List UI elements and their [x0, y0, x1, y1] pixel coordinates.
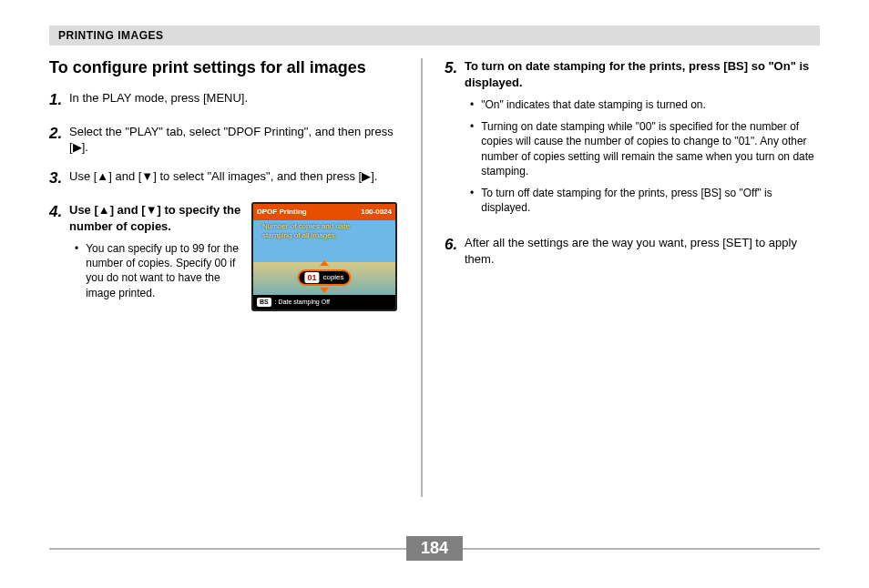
bullet: To turn off date stamping for the prints… [470, 186, 820, 215]
text-part: ] and [ [108, 169, 141, 183]
step-4-bullets: You can specify up to 99 for the number … [69, 241, 244, 300]
down-arrow-icon: ▼ [146, 203, 158, 217]
lcd-file-number: 100-0024 [361, 208, 392, 218]
step-text: Use [▲] and [▼] to select "All images", … [69, 168, 397, 185]
page-footer: 184 [49, 535, 820, 561]
lcd-copies-value: 01 [304, 272, 319, 283]
lcd-msg-line: Number of copies and date [262, 222, 350, 230]
text-part: ]. [371, 169, 377, 183]
step-5: 5. To turn on date stamping for the prin… [445, 58, 820, 222]
step-text: Select the "PLAY" tab, select "DPOF Prin… [69, 124, 397, 156]
lcd-date-stamp-text: : Date stamping Off [275, 298, 330, 306]
lcd-top-bar: DPOF Printing 100-0024 [253, 204, 395, 220]
right-arrow-icon: ▶ [362, 169, 371, 183]
step-6: 6. After all the settings are the way yo… [445, 235, 820, 267]
steps-left: 1. In the PLAY mode, press [MENU]. 2. Se… [49, 90, 397, 311]
step-number: 2. [49, 124, 69, 145]
step-number: 3. [49, 168, 69, 189]
bullet: You can specify up to 99 for the number … [75, 241, 244, 300]
step-5-bullets: "On" indicates that date stamping is tur… [465, 97, 820, 215]
steps-right: 5. To turn on date stamping for the prin… [445, 58, 820, 268]
up-arrow-icon [320, 260, 329, 266]
up-arrow-icon: ▲ [97, 169, 108, 183]
step-number: 4. [49, 202, 69, 223]
bullet: "On" indicates that date stamping is tur… [470, 97, 820, 112]
down-arrow-icon: ▼ [141, 169, 153, 183]
step-text: To turn on date stamping for the prints,… [465, 59, 809, 89]
step-text: In the PLAY mode, press [MENU]. [69, 90, 397, 106]
step-number: 5. [445, 58, 465, 79]
lcd-copies-pill: 01 copies [297, 269, 351, 286]
page: PRINTING IMAGES To configure print setti… [0, 0, 869, 588]
right-arrow-icon: ▶ [73, 140, 82, 154]
bullet-text: You can specify up to 99 for the number … [86, 241, 244, 300]
content-columns: To configure print settings for all imag… [49, 58, 820, 497]
lcd-msg-line: stamping of all images. [262, 231, 337, 239]
lcd-bs-key: BS [257, 298, 271, 306]
bullet-text: Turning on date stamping while "00" is s… [481, 119, 820, 178]
camera-lcd-illustration: DPOF Printing 100-0024 Number of copies … [251, 202, 397, 311]
text-part: Use [ [69, 169, 97, 183]
text-part: ] and [ [110, 203, 146, 217]
step-3: 3. Use [▲] and [▼] to select "All images… [49, 168, 397, 189]
text-part: Select the "PLAY" tab, select "DPOF Prin… [69, 125, 394, 155]
section-header: PRINTING IMAGES [49, 25, 820, 46]
step-4-textcol: Use [▲] and [▼] to specify the number of… [69, 202, 251, 311]
step-body: To turn on date stamping for the prints,… [465, 58, 820, 222]
step-2: 2. Select the "PLAY" tab, select "DPOF P… [49, 124, 397, 156]
step-number: 1. [49, 90, 69, 111]
down-arrow-icon [320, 288, 329, 293]
step-number: 6. [445, 235, 465, 256]
lcd-message: Number of copies and date stamping of al… [262, 222, 386, 239]
step-4: 4. Use [▲] and [▼] to specify the number… [49, 202, 397, 311]
lcd-copies-label: copies [322, 273, 343, 283]
bullet: Turning on date stamping while "00" is s… [470, 119, 820, 178]
page-title: To configure print settings for all imag… [49, 58, 397, 77]
step-text: After all the settings are the way you w… [465, 235, 820, 267]
left-column: To configure print settings for all imag… [49, 58, 421, 497]
bullet-text: "On" indicates that date stamping is tur… [481, 97, 706, 112]
page-number: 184 [406, 536, 463, 561]
up-arrow-icon: ▲ [98, 203, 110, 217]
lcd-mode-label: DPOF Printing [257, 208, 307, 218]
bullet-text: To turn off date stamping for the prints… [481, 186, 820, 215]
step-body: Use [▲] and [▼] to specify the number of… [69, 202, 397, 311]
step-1: 1. In the PLAY mode, press [MENU]. [49, 90, 397, 111]
text-part: Use [ [69, 203, 98, 217]
text-part: ]. [82, 140, 88, 154]
right-column: 5. To turn on date stamping for the prin… [423, 58, 820, 497]
lcd-bottom-bar: BS : Date stamping Off [253, 295, 395, 309]
text-part: ] to select "All images", and then press… [153, 169, 362, 183]
